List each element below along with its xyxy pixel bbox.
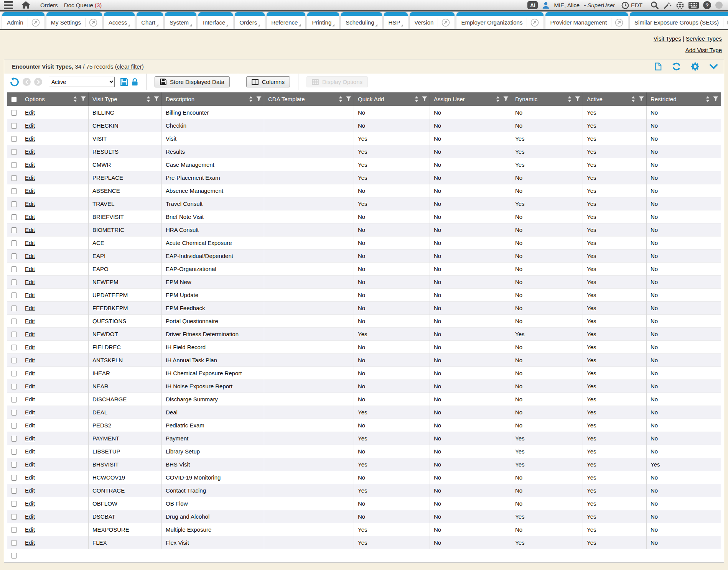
row-checkbox[interactable] [11,449,17,455]
filter-icon[interactable] [639,96,644,102]
sort-icon[interactable] [496,96,500,102]
row-checkbox[interactable] [11,514,17,520]
tab-access[interactable]: Access [104,12,135,29]
row-checkbox[interactable] [11,501,17,507]
row-checkbox[interactable] [11,475,17,481]
wand-icon[interactable] [663,1,672,10]
edit-link[interactable]: Edit [25,279,35,285]
popout-icon[interactable] [441,18,450,27]
row-checkbox[interactable] [11,319,17,324]
edit-link[interactable]: Edit [25,539,35,546]
ai-badge[interactable]: AI [527,1,538,9]
row-checkbox[interactable] [11,162,17,168]
save-view-icon[interactable] [120,78,128,86]
edit-link[interactable]: Edit [25,383,35,389]
user-name[interactable]: MIE, Alice [554,2,580,8]
edit-link[interactable]: Edit [25,422,35,429]
visit-types-link[interactable]: Visit Types [654,35,681,42]
tab-employer-organizations[interactable]: Employer Organizations [456,12,544,29]
column-header-description[interactable]: Description [162,92,264,106]
edit-link[interactable]: Edit [25,214,35,220]
row-checkbox[interactable] [11,332,17,337]
tab-provider-management[interactable]: Provider Management [545,12,628,29]
row-checkbox[interactable] [11,345,17,350]
column-header-cda-template[interactable]: CDA Template [264,92,354,106]
edit-link[interactable]: Edit [25,318,35,324]
edit-link[interactable]: Edit [25,109,35,116]
row-checkbox[interactable] [11,527,17,533]
edit-link[interactable]: Edit [25,292,35,298]
gear-icon[interactable] [691,62,699,71]
columns-button[interactable]: Columns [246,76,290,87]
undo-icon[interactable] [10,77,19,87]
edit-link[interactable]: Edit [25,500,35,507]
clock-icon[interactable] [621,2,629,9]
edit-link[interactable]: Edit [25,253,35,259]
edit-link[interactable]: Edit [25,227,35,233]
keyboard-icon[interactable] [688,2,699,9]
lock-icon[interactable] [132,78,138,86]
tab-version[interactable]: Version [410,12,455,29]
edit-link[interactable]: Edit [25,266,35,272]
popout-icon[interactable] [615,18,623,27]
sort-icon[interactable] [415,96,418,102]
column-header-dynamic[interactable]: Dynamic [511,92,583,106]
filter-icon[interactable] [575,96,580,102]
filter-icon[interactable] [81,96,86,102]
footer-checkbox[interactable] [11,553,17,559]
row-checkbox[interactable] [11,201,17,207]
tab-my-settings[interactable]: My Settings [46,12,102,29]
sort-icon[interactable] [147,96,150,102]
edit-link[interactable]: Edit [25,448,35,455]
help-icon[interactable]: ? [703,1,711,9]
sort-icon[interactable] [706,96,710,102]
tab-chart[interactable]: Chart [137,12,163,29]
edit-link[interactable]: Edit [25,474,35,481]
edit-link[interactable]: Edit [25,174,35,181]
column-header-visit-type[interactable]: Visit Type [89,92,162,106]
tab-reference[interactable]: Reference [267,12,305,29]
edit-link[interactable]: Edit [25,344,35,350]
edit-link[interactable]: Edit [25,148,35,155]
row-checkbox[interactable] [11,266,17,272]
new-document-icon[interactable] [655,62,662,71]
select-all-checkbox[interactable] [11,97,17,102]
view-filter-select[interactable]: Active [49,77,115,87]
row-checkbox[interactable] [11,110,17,116]
search-icon[interactable] [651,1,659,10]
row-checkbox[interactable] [11,279,17,285]
prev-page-icon[interactable] [23,78,31,86]
row-checkbox[interactable] [11,436,17,442]
globe-icon[interactable] [676,1,684,10]
clear-filter-link[interactable]: clear filter [117,63,142,70]
hamburger-menu-icon[interactable] [4,1,13,9]
row-checkbox[interactable] [11,397,17,402]
row-checkbox[interactable] [11,488,17,494]
refresh-icon[interactable] [672,62,681,71]
row-checkbox[interactable] [11,123,17,129]
edit-link[interactable]: Edit [25,370,35,376]
edit-link[interactable]: Edit [25,122,35,129]
row-checkbox[interactable] [11,384,17,389]
tab-admin[interactable]: Admin [2,12,44,29]
column-header-assign-user[interactable]: Assign User [430,92,511,106]
tab-scheduling[interactable]: Scheduling [341,12,382,29]
edit-link[interactable]: Edit [25,357,35,363]
popout-icon[interactable] [31,18,40,27]
service-types-link[interactable]: Service Types [686,35,722,42]
home-icon[interactable] [21,1,30,9]
edit-link[interactable]: Edit [25,409,35,416]
tab-hsp[interactable]: HSP [384,12,408,29]
edit-link[interactable]: Edit [25,305,35,311]
row-checkbox[interactable] [11,371,17,376]
sort-icon[interactable] [73,96,77,102]
filter-icon[interactable] [256,96,262,102]
sort-icon[interactable] [568,96,572,102]
edit-link[interactable]: Edit [25,187,35,194]
add-visit-type-link[interactable]: Add Visit Type [685,47,722,53]
row-checkbox[interactable] [11,149,17,155]
column-header-options[interactable]: Options [21,92,89,106]
row-checkbox[interactable] [11,410,17,416]
sort-icon[interactable] [249,96,253,102]
edit-link[interactable]: Edit [25,526,35,533]
